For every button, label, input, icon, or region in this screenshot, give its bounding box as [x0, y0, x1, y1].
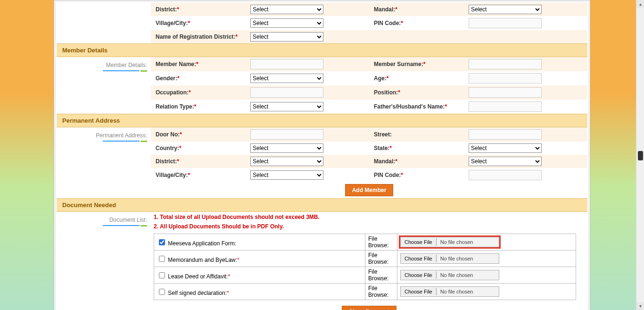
label-state: State:*	[372, 145, 469, 151]
select-regdist[interactable]: Select	[250, 32, 323, 42]
doc-label: Meeseva Application Form:	[166, 240, 236, 247]
label-father: Father's/Husband's Name:*	[372, 103, 469, 110]
label-addr-village: Village/City:*	[154, 172, 250, 178]
choose-file-button[interactable]: Choose File	[401, 238, 437, 246]
no-file-text: No file chosen	[437, 271, 477, 279]
section-member-details: Member Details	[57, 43, 587, 57]
input-member-name[interactable]	[250, 59, 323, 69]
file-input[interactable]: Choose FileNo file chosen	[400, 270, 499, 280]
input-occupation[interactable]	[250, 87, 323, 98]
label-addr-pin: PIN Code:*	[372, 172, 469, 178]
doc-note-2: 2. All Upload Documents Should be in PDF…	[151, 221, 587, 231]
doc-checkbox[interactable]	[159, 272, 165, 278]
select-relation[interactable]: Select	[250, 102, 323, 111]
side-label-doclist: Document List:	[57, 212, 151, 228]
section-document-needed: Document Needed	[57, 198, 587, 212]
doc-label: Memorandum and ByeLaw:	[166, 257, 237, 263]
choose-file-button[interactable]: Choose File	[401, 271, 437, 279]
doc-label: Lease Deed or Affidavit:	[166, 273, 228, 280]
select-district[interactable]: Select	[250, 5, 323, 14]
file-input[interactable]: Choose FileNo file chosen	[400, 253, 499, 264]
doc-checkbox[interactable]	[159, 256, 165, 262]
label-addr-mandal: Mandal:*	[372, 158, 469, 165]
select-village[interactable]: Select	[250, 18, 323, 28]
page-container: District:* Select Mandal:* Select Villag…	[54, 0, 590, 310]
label-district: District:*	[154, 6, 250, 13]
label-mandal: Mandal:*	[372, 6, 469, 13]
scroll-down-icon[interactable]: ▾	[636, 302, 644, 310]
label-member-surname: Member Surname:*	[372, 61, 469, 67]
file-browse-label: File Browse:	[365, 234, 397, 251]
scrollbar[interactable]: ▴ ▾	[636, 0, 644, 310]
show-payment-button[interactable]: Show Payment	[342, 306, 396, 310]
input-addr-pin[interactable]	[469, 170, 542, 180]
label-pin: PIN Code:*	[372, 20, 469, 26]
label-door: Door No:*	[154, 131, 250, 138]
label-age: Age:*	[372, 75, 469, 82]
label-member-name: Member Name:*	[154, 61, 250, 67]
side-label-address: Permanent Address:	[57, 127, 151, 144]
doc-label: Self signed declaration:	[166, 290, 227, 296]
input-door[interactable]	[250, 129, 323, 140]
side-label-member: Member Details:	[57, 57, 151, 74]
no-file-text: No file chosen	[437, 238, 477, 246]
doc-row: Self signed declaration:*File Browse:Cho…	[154, 284, 576, 300]
doc-row: Meeseva Application Form:File Browse:Cho…	[154, 234, 576, 251]
file-browse-label: File Browse:	[365, 284, 397, 300]
doc-note-1: 1. Total size of all Upload Documents sh…	[151, 212, 587, 221]
scroll-thumb[interactable]	[638, 151, 643, 160]
label-addr-district: District:*	[154, 158, 250, 165]
label-street: Street:	[372, 131, 469, 138]
label-country: Country:*	[154, 145, 250, 151]
label-village: Village/City:*	[154, 20, 250, 26]
doc-row: Lease Deed or Affidavit:*File Browse:Cho…	[154, 267, 576, 284]
doc-row: Memorandum and ByeLaw:*File Browse:Choos…	[154, 251, 576, 267]
file-browse-label: File Browse:	[365, 267, 397, 284]
select-addr-district[interactable]: Select	[250, 157, 323, 166]
select-state[interactable]: Select	[469, 143, 542, 153]
input-pin[interactable]	[469, 18, 542, 28]
no-file-text: No file chosen	[437, 288, 477, 295]
choose-file-button[interactable]: Choose File	[401, 288, 437, 295]
label-occupation: Occupation:*	[154, 89, 250, 96]
label-regdist: Name of Registration District:*	[154, 34, 250, 40]
label-relation: Relation Type:*	[154, 103, 250, 110]
no-file-text: No file chosen	[437, 255, 477, 262]
label-position: Position:*	[372, 89, 469, 96]
doc-checkbox[interactable]	[159, 289, 165, 295]
input-age[interactable]	[469, 73, 542, 84]
file-browse-label: File Browse:	[365, 251, 397, 267]
file-input[interactable]: Choose FileNo file chosen	[400, 237, 499, 247]
input-member-surname[interactable]	[469, 59, 542, 69]
file-input[interactable]: Choose FileNo file chosen	[400, 286, 499, 297]
select-addr-village[interactable]: Select	[250, 170, 323, 180]
document-table: Meeseva Application Form:File Browse:Cho…	[154, 234, 576, 300]
add-member-button[interactable]: Add Member	[345, 184, 394, 196]
scroll-up-icon[interactable]: ▴	[636, 0, 644, 8]
doc-checkbox[interactable]	[159, 239, 165, 245]
select-country[interactable]: Select	[250, 143, 323, 153]
section-permanent-address: Permanent Address	[57, 114, 587, 127]
label-gender: Gender:*	[154, 75, 250, 82]
select-addr-mandal[interactable]: Select	[469, 157, 542, 166]
inner-border: District:* Select Mandal:* Select Villag…	[55, 1, 589, 310]
select-mandal[interactable]: Select	[469, 5, 542, 14]
select-gender[interactable]: Select	[250, 74, 323, 83]
input-father[interactable]	[469, 101, 542, 112]
choose-file-button[interactable]: Choose File	[401, 255, 437, 262]
input-position[interactable]	[469, 87, 542, 98]
input-street[interactable]	[469, 129, 542, 140]
